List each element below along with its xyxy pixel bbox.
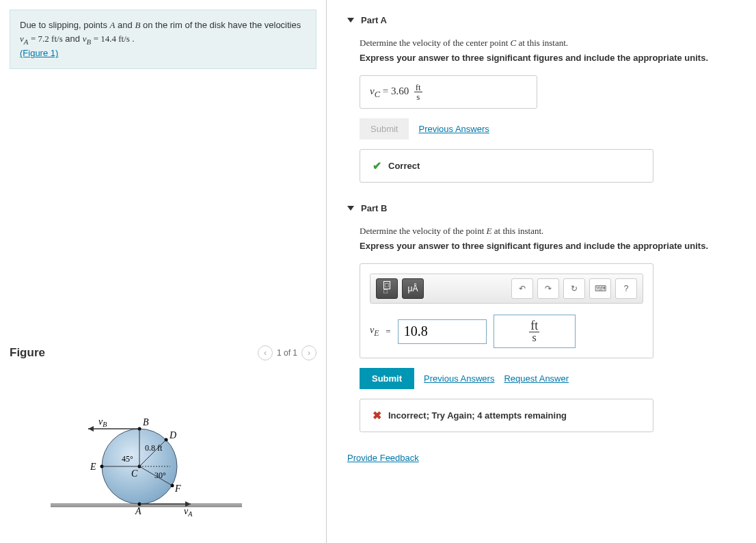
part-b-previous-answers-link[interactable]: Previous Answers: [424, 373, 494, 384]
figure-link[interactable]: (Figure 1): [20, 48, 58, 58]
help-button[interactable]: ?: [615, 278, 637, 299]
part-a-feedback-text: Correct: [388, 161, 420, 171]
svg-text:D: D: [169, 430, 176, 440]
caret-down-icon: [347, 18, 354, 23]
units-button[interactable]: μÅ: [402, 278, 424, 299]
pager-prev-button[interactable]: ‹: [258, 345, 273, 360]
part-a-question: Determine the velocity of the center poi…: [360, 38, 756, 49]
problem-statement: Due to slipping, points A and B on the r…: [10, 10, 316, 69]
figure-header: Figure ‹ 1 of 1 ›: [10, 339, 316, 360]
part-b-question: Determine the velocity of the point E at…: [360, 226, 756, 237]
figure-pager: ‹ 1 of 1 ›: [258, 345, 316, 360]
part-b-value-input[interactable]: [398, 319, 487, 344]
part-b-feedback-text: Incorrect; Try Again; 4 attempts remaini…: [388, 410, 567, 421]
svg-text:vB: vB: [98, 416, 107, 428]
figure-area: vB B D 0.8 ft 45° E C 30° F A vA: [10, 388, 316, 527]
part-a-header[interactable]: Part A: [347, 15, 756, 25]
part-b-unit-box[interactable]: fts: [494, 315, 576, 348]
part-b-feedback: ✖ Incorrect; Try Again; 4 attempts remai…: [360, 399, 653, 432]
problem-text: Due to slipping, points: [20, 20, 110, 30]
undo-button[interactable]: ↶: [511, 278, 533, 299]
right-panel: Part A Determine the velocity of the cen…: [327, 0, 756, 543]
part-a-instruction: Express your answer to three significant…: [360, 53, 756, 63]
input-toolbar: □□ μÅ ↶ ↷ ↻ ⌨ ?: [370, 274, 643, 304]
svg-text:0.8 ft: 0.8 ft: [145, 443, 163, 453]
keyboard-button[interactable]: ⌨: [589, 278, 611, 299]
pager-label: 1 of 1: [277, 348, 297, 358]
left-panel: Due to slipping, points A and B on the r…: [0, 0, 327, 543]
part-b-body: Determine the velocity of the point E at…: [360, 226, 756, 432]
svg-text:A: A: [135, 506, 141, 516]
part-b-title: Part B: [361, 203, 387, 213]
part-a-answer: vC = 3.60 fts: [360, 75, 537, 109]
pager-next-button[interactable]: ›: [301, 345, 316, 360]
svg-text:45°: 45°: [122, 454, 133, 464]
part-a-body: Determine the velocity of the center poi…: [360, 38, 756, 183]
part-b-header[interactable]: Part B: [347, 203, 756, 213]
part-a-feedback: ✔ Correct: [360, 149, 653, 183]
reset-button[interactable]: ↻: [563, 278, 585, 299]
part-b-input-widget: □□ μÅ ↶ ↷ ↻ ⌨ ? vE = fts: [360, 263, 653, 358]
figure-diagram: vB B D 0.8 ft 45° E C 30° F A vA: [51, 401, 256, 525]
svg-text:vA: vA: [184, 506, 193, 518]
point-b: B: [135, 20, 140, 30]
svg-text:E: E: [90, 462, 96, 472]
provide-feedback-link[interactable]: Provide Feedback: [347, 453, 419, 463]
cross-icon: ✖: [373, 409, 381, 422]
point-a: A: [110, 20, 116, 30]
part-b-request-answer-link[interactable]: Request Answer: [504, 373, 569, 384]
svg-marker-15: [88, 426, 94, 432]
check-icon: ✔: [373, 159, 381, 172]
svg-text:F: F: [174, 484, 181, 494]
part-a-submit-button: Submit: [360, 118, 409, 140]
figure-heading: Figure: [10, 346, 45, 360]
redo-button[interactable]: ↷: [537, 278, 559, 299]
part-a-value: 3.60: [391, 85, 409, 96]
svg-text:30°: 30°: [154, 471, 166, 480]
part-b-instruction: Express your answer to three significant…: [360, 241, 756, 251]
part-b-submit-button[interactable]: Submit: [360, 368, 414, 389]
svg-text:B: B: [143, 417, 149, 427]
templates-button[interactable]: □□: [376, 278, 398, 299]
caret-down-icon: [347, 206, 354, 211]
part-a-title: Part A: [361, 15, 387, 25]
part-a-previous-answers-link[interactable]: Previous Answers: [418, 124, 489, 134]
svg-text:C: C: [131, 468, 138, 479]
